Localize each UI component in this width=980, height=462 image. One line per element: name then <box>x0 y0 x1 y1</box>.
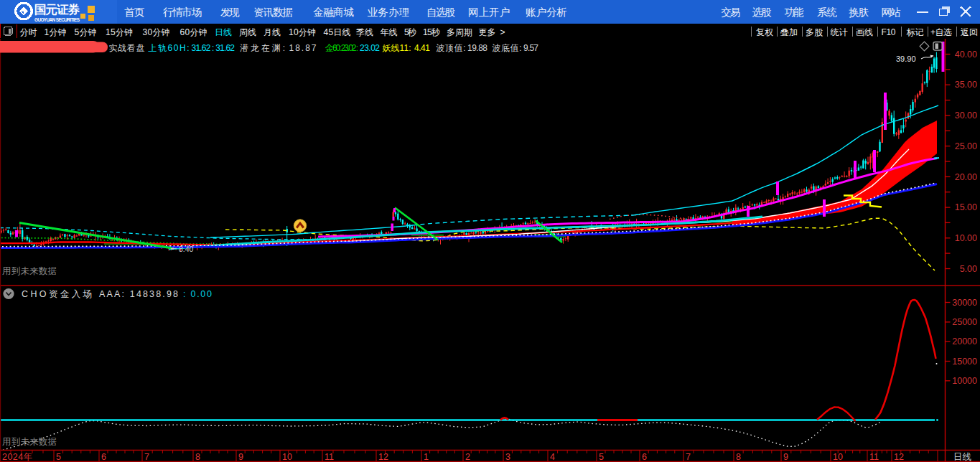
svg-text:7: 7 <box>144 452 149 462</box>
svg-text:19.88: 19.88 <box>467 43 487 53</box>
svg-text:7: 7 <box>686 452 691 462</box>
svg-text:15分钟: 15分钟 <box>106 27 133 37</box>
svg-text:10: 10 <box>282 452 292 462</box>
svg-text:15000: 15000 <box>952 357 977 367</box>
svg-text:6: 6 <box>642 452 647 462</box>
svg-text:>: > <box>500 27 505 37</box>
svg-text:业务办理: 业务办理 <box>368 6 409 18</box>
svg-text:45日线: 45日线 <box>324 27 351 37</box>
svg-text:8: 8 <box>195 452 200 462</box>
svg-text:更多: 更多 <box>479 27 496 37</box>
svg-text:20.00: 20.00 <box>955 172 977 182</box>
svg-text:12: 12 <box>378 452 388 462</box>
svg-text:30分钟: 30分钟 <box>143 27 170 37</box>
svg-text:8.40: 8.40 <box>179 245 194 253</box>
svg-text:20000: 20000 <box>952 336 977 346</box>
svg-text:年线: 年线 <box>381 27 398 37</box>
svg-text:周线: 周线 <box>239 27 256 37</box>
svg-text:3: 3 <box>505 452 510 462</box>
svg-text:叠加: 叠加 <box>780 27 798 37</box>
svg-text:用到未来数据: 用到未来数据 <box>2 437 57 447</box>
svg-text:10: 10 <box>833 452 843 462</box>
svg-text:5分钟: 5分钟 <box>75 27 97 37</box>
svg-text:15.00: 15.00 <box>955 202 977 212</box>
svg-text:2024年: 2024年 <box>2 452 32 462</box>
svg-text:12: 12 <box>894 452 904 462</box>
svg-text:多股: 多股 <box>806 27 823 37</box>
svg-text:+自选: +自选 <box>930 27 952 37</box>
svg-text:行情市场: 行情市场 <box>163 6 202 18</box>
svg-text:5: 5 <box>599 452 604 462</box>
svg-text:39.90: 39.90 <box>896 55 916 63</box>
svg-text:自选股: 自选股 <box>426 6 456 18</box>
svg-text:10.00: 10.00 <box>955 233 977 243</box>
svg-text:月线: 月线 <box>263 27 281 37</box>
svg-text:波顶值:: 波顶值: <box>437 43 466 53</box>
svg-text:用到未来数据: 用到未来数据 <box>2 266 57 276</box>
svg-text:11: 11 <box>325 452 334 462</box>
svg-text:网站: 网站 <box>882 6 902 18</box>
svg-text:10000: 10000 <box>952 376 977 386</box>
svg-text:画线: 画线 <box>856 27 873 37</box>
svg-text:4: 4 <box>550 452 555 462</box>
svg-text:金融商城: 金融商城 <box>313 6 354 18</box>
svg-text:10分钟: 10分钟 <box>289 27 316 37</box>
svg-text:8: 8 <box>736 452 741 462</box>
svg-text:9: 9 <box>783 452 788 462</box>
svg-text:6: 6 <box>101 452 106 462</box>
svg-text:换肤: 换肤 <box>849 6 869 18</box>
svg-text:交易: 交易 <box>722 6 741 18</box>
svg-text:妖线11:: 妖线11: <box>383 43 411 53</box>
svg-text:日线: 日线 <box>215 27 232 37</box>
svg-text:金60: 23.02 :: 金60: 23.02 : <box>325 43 358 53</box>
svg-text:系统: 系统 <box>817 6 838 18</box>
svg-text:60分钟: 60分钟 <box>180 27 207 37</box>
svg-text:F10: F10 <box>882 27 896 37</box>
svg-text:1分钟: 1分钟 <box>45 27 67 37</box>
svg-text:日线: 日线 <box>953 452 971 462</box>
svg-text:25000: 25000 <box>952 317 977 327</box>
svg-text:1: 1 <box>424 452 429 462</box>
svg-text:标记: 标记 <box>907 27 924 37</box>
svg-text:上轨60H:: 上轨60H: <box>149 43 190 53</box>
svg-text:11: 11 <box>869 452 879 462</box>
svg-text:首页: 首页 <box>124 6 145 18</box>
svg-text:多周期: 多周期 <box>447 27 472 37</box>
svg-text:潜龙在渊:: 潜龙在渊: <box>240 43 285 53</box>
svg-text:9: 9 <box>238 452 243 462</box>
svg-text:30000: 30000 <box>952 298 977 308</box>
svg-text:5秒: 5秒 <box>404 27 416 37</box>
svg-text:实战看盘: 实战看盘 <box>109 43 145 53</box>
svg-text:季线: 季线 <box>356 27 373 37</box>
svg-text:23.02: 23.02 <box>360 43 380 53</box>
svg-text:网上开户: 网上开户 <box>468 6 510 18</box>
svg-text:2: 2 <box>465 452 470 462</box>
svg-text:: 0.00: : 0.00 <box>183 289 212 299</box>
svg-text:31.62 : 31.62: 31.62 : 31.62 <box>192 43 235 53</box>
svg-text:5: 5 <box>56 452 61 462</box>
svg-text:18.87: 18.87 <box>289 43 317 53</box>
svg-text:国元证券: 国元证券 <box>34 3 80 16</box>
svg-text:统计: 统计 <box>831 27 848 37</box>
svg-text:返回: 返回 <box>961 27 978 37</box>
svg-text:30.00: 30.00 <box>955 110 977 121</box>
svg-text:9.57: 9.57 <box>523 43 538 53</box>
svg-text:40.00: 40.00 <box>955 50 977 60</box>
svg-text:5.00: 5.00 <box>960 264 977 274</box>
svg-text:4.41: 4.41 <box>414 43 430 53</box>
svg-text:复权: 复权 <box>756 27 773 37</box>
svg-text:选股: 选股 <box>752 6 773 18</box>
svg-text:波底值:: 波底值: <box>493 43 522 53</box>
svg-text:25.00: 25.00 <box>955 141 977 151</box>
svg-text:15秒: 15秒 <box>423 27 440 37</box>
svg-text:AAA: 14838.98: AAA: 14838.98 <box>99 289 178 299</box>
svg-text:发现: 发现 <box>220 6 240 18</box>
svg-text:35.00: 35.00 <box>955 80 977 90</box>
svg-text:资讯数据: 资讯数据 <box>253 6 293 18</box>
svg-text:账户分析: 账户分析 <box>526 6 567 18</box>
svg-text:分时: 分时 <box>20 27 37 37</box>
svg-text:GUOYUAN SECURITIES: GUOYUAN SECURITIES <box>34 17 80 22</box>
svg-text:功能: 功能 <box>785 6 805 18</box>
